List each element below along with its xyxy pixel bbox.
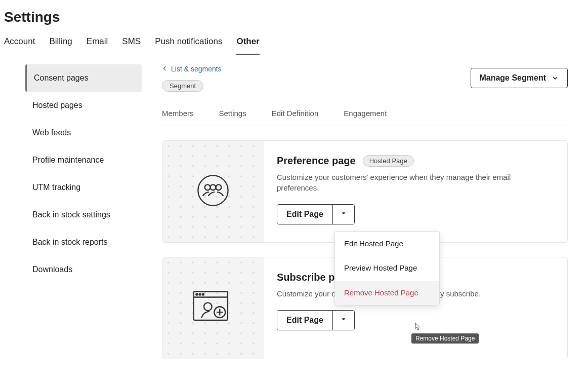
preference-page-title: Preference page	[277, 155, 356, 167]
chevron-down-icon	[551, 74, 559, 82]
preference-page-illustration	[162, 141, 264, 242]
sidebar-item-hosted-pages[interactable]: Hosted pages	[25, 92, 142, 119]
subscribe-edit-button[interactable]: Edit Page	[277, 311, 333, 330]
tab-push-notifications[interactable]: Push notifications	[155, 29, 222, 55]
tab-email[interactable]: Email	[87, 29, 108, 55]
preference-page-description: Customize your customers' experience whe…	[277, 172, 554, 193]
segment-badge: Segment	[162, 80, 203, 92]
inner-tab-settings[interactable]: Settings	[219, 104, 246, 126]
svg-point-2	[216, 184, 221, 190]
add-user-window-icon	[191, 288, 235, 328]
svg-point-9	[204, 302, 212, 311]
back-link-list-segments[interactable]: List & segments	[162, 65, 222, 73]
svg-point-3	[211, 184, 216, 190]
sidebar-item-back-in-stock-settings[interactable]: Back in stock settings	[25, 201, 142, 229]
top-tabs: Account Billing Email SMS Push notificat…	[0, 29, 588, 55]
caret-down-icon	[340, 316, 347, 325]
subscribe-edit-dropdown-toggle[interactable]	[333, 311, 354, 330]
tab-account[interactable]: Account	[4, 29, 35, 55]
sidebar-item-profile-maintenance[interactable]: Profile maintenance	[25, 146, 142, 174]
sidebar-item-downloads[interactable]: Downloads	[25, 256, 142, 283]
subscribe-page-illustration	[162, 257, 264, 359]
tab-other[interactable]: Other	[236, 29, 259, 55]
main-content: List & segments Segment Manage Segment M…	[162, 64, 568, 359]
svg-rect-4	[194, 292, 228, 320]
svg-point-7	[199, 293, 201, 295]
manage-segment-label: Manage Segment	[479, 73, 546, 83]
inner-tab-engagement[interactable]: Engagement	[344, 104, 387, 126]
remove-hosted-page-tooltip: Remove Hosted Page	[411, 333, 479, 344]
preference-edit-button[interactable]: Edit Page	[277, 205, 333, 224]
dropdown-preview-hosted-page[interactable]: Preview Hosted Page	[335, 256, 439, 280]
arrow-left-icon	[162, 65, 168, 73]
svg-point-6	[196, 293, 197, 295]
sidebar-item-back-in-stock-reports[interactable]: Back in stock reports	[25, 229, 142, 256]
sidebar: Consent pages Hosted pages Web feeds Pro…	[25, 64, 142, 283]
sidebar-item-utm-tracking[interactable]: UTM tracking	[25, 174, 142, 201]
page-title: Settings	[0, 0, 588, 29]
people-group-icon	[193, 171, 233, 212]
edit-page-dropdown: Edit Hosted Page Preview Hosted Page Rem…	[334, 231, 440, 306]
preference-edit-dropdown-toggle[interactable]	[333, 205, 354, 224]
sidebar-item-consent-pages[interactable]: Consent pages	[25, 64, 142, 92]
svg-point-8	[202, 293, 204, 295]
preference-edit-button-group: Edit Page	[277, 204, 355, 224]
manage-segment-button[interactable]: Manage Segment	[471, 68, 568, 88]
inner-tab-members[interactable]: Members	[162, 104, 194, 126]
subscribe-edit-button-group: Edit Page	[277, 310, 355, 330]
tab-sms[interactable]: SMS	[122, 29, 141, 55]
segment-inner-tabs: Members Settings Edit Definition Engagem…	[162, 104, 568, 126]
caret-down-icon	[340, 210, 347, 219]
dropdown-remove-hosted-page[interactable]: Remove Hosted Page	[335, 281, 439, 305]
dropdown-edit-hosted-page[interactable]: Edit Hosted Page	[335, 232, 439, 256]
sidebar-item-web-feeds[interactable]: Web feeds	[25, 119, 142, 146]
back-link-label: List & segments	[171, 65, 222, 73]
hosted-page-badge: Hosted Page	[363, 155, 414, 167]
inner-tab-edit-definition[interactable]: Edit Definition	[272, 104, 319, 126]
preference-page-card: Preference page Hosted Page Customize yo…	[162, 140, 568, 243]
tab-billing[interactable]: Billing	[49, 29, 72, 55]
svg-point-1	[205, 184, 211, 190]
